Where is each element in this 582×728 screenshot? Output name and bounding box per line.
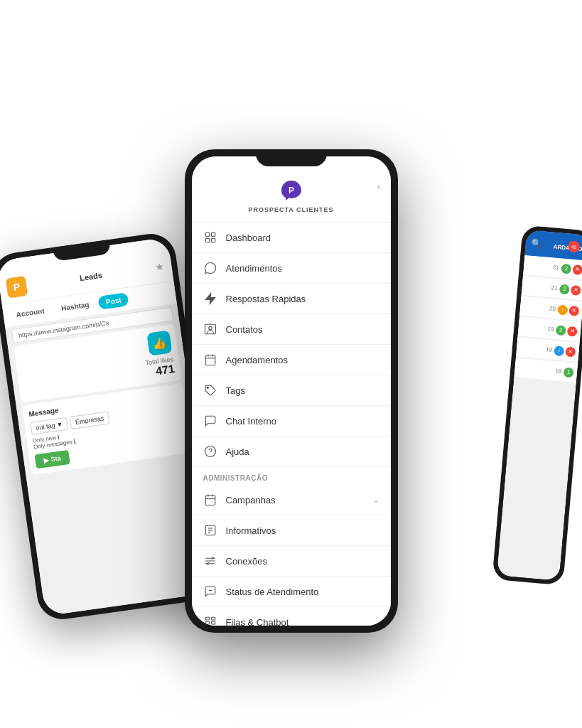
nav-item-respostas[interactable]: Respostas Rápidas xyxy=(192,284,391,314)
respostas-label: Respostas Rápidas xyxy=(226,294,379,304)
center-phone: P PROSPECTA CLIENTES ‹ Dashboard xyxy=(185,149,398,633)
row-number: 21 xyxy=(551,284,558,291)
tags-label: Tags xyxy=(226,385,379,396)
svg-point-12 xyxy=(207,387,208,388)
left-likes-count: 471 xyxy=(155,363,176,378)
nav-item-filas-chatbot[interactable]: Filas & Chatbot xyxy=(192,607,391,626)
right-list: 21 2 ✕ 21 2 ✕ 20 ! ✕ xyxy=(497,255,582,581)
campanhas-label: Campanhas xyxy=(226,495,364,505)
center-phone-screen: P PROSPECTA CLIENTES ‹ Dashboard xyxy=(192,156,391,626)
help-icon xyxy=(203,444,217,459)
row-number: 18 xyxy=(555,368,562,375)
svg-rect-6 xyxy=(205,324,215,334)
tag-dropdown-arrow: ▼ xyxy=(56,421,63,429)
center-brand-name: PROSPECTA CLIENTES xyxy=(248,206,333,213)
svg-marker-5 xyxy=(205,294,215,304)
nav-item-tags[interactable]: Tags xyxy=(192,375,391,406)
contacts-icon xyxy=(203,322,217,336)
right-icon-red: ✕ xyxy=(567,326,578,336)
chat-icon xyxy=(203,414,217,428)
tab-account[interactable]: Account xyxy=(9,303,53,322)
nav-item-status-atendimento[interactable]: Status de Atendimento xyxy=(192,577,391,607)
right-screen: 🔍 ARDANDO 40 21 2 ✕ 21 2 ✕ xyxy=(497,230,582,581)
right-icon-green: 2 xyxy=(561,263,571,274)
center-phone-inner: P PROSPECTA CLIENTES ‹ Dashboard xyxy=(192,156,391,626)
right-icon-green: 2 xyxy=(559,284,570,294)
center-close-button[interactable]: ‹ xyxy=(377,181,381,192)
dashboard-label: Dashboard xyxy=(226,232,379,243)
brand-logo-svg: P xyxy=(276,178,307,203)
right-search-icon: 🔍 xyxy=(531,238,542,249)
svg-point-7 xyxy=(208,326,212,330)
ajuda-label: Ajuda xyxy=(226,446,379,457)
left-tag-dropdown[interactable]: out tag ▼ xyxy=(30,417,68,435)
svg-rect-2 xyxy=(211,232,215,236)
svg-text:P: P xyxy=(288,186,293,196)
nav-item-atendimentos[interactable]: Atendimentos xyxy=(192,253,391,284)
row-number: 21 xyxy=(553,264,560,272)
nav-item-informativos[interactable]: Informativos xyxy=(192,515,391,546)
filas-chatbot-label: Filas & Chatbot xyxy=(226,617,379,626)
left-star-icon: ★ xyxy=(154,261,165,274)
nav-item-agendamentos[interactable]: Agendamentos xyxy=(192,345,391,375)
tab-post[interactable]: Post xyxy=(98,292,129,310)
right-icon-red: ✕ xyxy=(571,284,581,295)
nav-item-dashboard[interactable]: Dashboard xyxy=(192,223,391,253)
tab-hashtag[interactable]: Hashtag xyxy=(53,296,97,316)
left-logo: P xyxy=(6,276,28,299)
campaign-icon xyxy=(203,493,217,507)
nav-item-contatos[interactable]: Contatos xyxy=(192,314,391,345)
right-phone-inner: 🔍 ARDANDO 40 21 2 ✕ 21 2 ✕ xyxy=(497,230,582,581)
right-phone: 🔍 ARDANDO 40 21 2 ✕ 21 2 ✕ xyxy=(492,225,582,586)
svg-rect-28 xyxy=(211,621,215,624)
bolt-icon xyxy=(203,291,217,306)
nav-item-campanhas[interactable]: Campanhas ⌄ xyxy=(192,485,391,515)
chat-interno-label: Chat Interno xyxy=(226,416,379,427)
right-icon-red: ✕ xyxy=(572,264,582,274)
left-start-button[interactable]: ▶ Sta xyxy=(35,450,70,469)
svg-rect-8 xyxy=(205,355,215,365)
center-logo: P xyxy=(276,178,307,203)
calendar-icon xyxy=(203,353,217,367)
svg-rect-15 xyxy=(205,496,215,505)
left-empresa-dropdown[interactable]: Empresas xyxy=(70,412,109,429)
svg-rect-4 xyxy=(211,239,215,242)
admin-section-label: Administração xyxy=(192,467,391,485)
informativos-label: Informativos xyxy=(226,525,379,536)
tag-dropdown-text: out tag xyxy=(36,422,56,432)
status-atendimento-label: Status de Atendimento xyxy=(226,587,379,597)
tag-icon xyxy=(203,383,217,397)
conexoes-label: Conexões xyxy=(226,556,379,567)
campanhas-chevron-icon: ⌄ xyxy=(372,495,379,505)
contatos-label: Contatos xyxy=(226,324,379,335)
row-number: 20 xyxy=(549,305,556,312)
svg-rect-3 xyxy=(205,239,209,242)
start-btn-icon: ▶ xyxy=(43,456,49,464)
svg-rect-25 xyxy=(205,617,209,620)
right-icon-green: 2 xyxy=(556,325,566,336)
svg-point-13 xyxy=(205,446,215,457)
status-icon xyxy=(203,584,217,599)
nav-item-conexoes[interactable]: Conexões xyxy=(192,546,391,577)
scene: P Leads ★ Account Hashtag Post https://w… xyxy=(0,0,582,728)
right-icon-blue: i xyxy=(554,346,564,356)
row-number: 19 xyxy=(547,326,554,333)
left-leads-label: Leads xyxy=(79,271,102,282)
right-icon-red: ✕ xyxy=(568,305,579,316)
start-btn-label: Sta xyxy=(50,454,61,463)
center-phone-notch xyxy=(256,149,327,166)
svg-rect-1 xyxy=(205,232,209,236)
right-icon-orange: ! xyxy=(557,304,568,315)
right-icon-green: 1 xyxy=(564,367,574,378)
informativos-icon xyxy=(203,523,217,537)
nav-item-chat-interno[interactable]: Chat Interno xyxy=(192,406,391,437)
dashboard-icon xyxy=(203,230,217,245)
right-icon-red: ✕ xyxy=(565,346,576,357)
filas-icon xyxy=(203,615,217,626)
agendamentos-label: Agendamentos xyxy=(226,355,379,365)
svg-rect-26 xyxy=(211,617,215,620)
svg-rect-27 xyxy=(205,621,209,624)
nav-item-ajuda[interactable]: Ajuda xyxy=(192,437,391,467)
center-nav: Dashboard Atendimentos Res xyxy=(192,223,391,467)
likes-thumb-icon: 👍 xyxy=(146,330,172,355)
